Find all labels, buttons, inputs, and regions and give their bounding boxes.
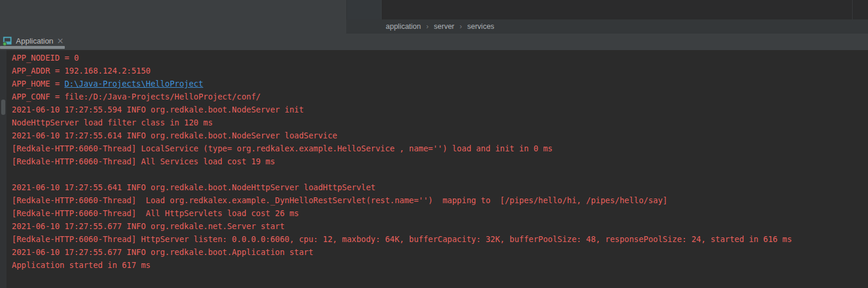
active-tab-indicator xyxy=(0,46,65,49)
console-line: [Redkale-HTTP:6060-Thread] Load org.redk… xyxy=(12,194,868,207)
close-icon[interactable]: × xyxy=(57,37,64,45)
console-line: 2021-06-10 17:27:55.677 INFO org.redkale… xyxy=(12,246,868,259)
breadcrumb-item-server[interactable]: server xyxy=(434,22,455,31)
scrollbar-thumb[interactable] xyxy=(1,100,5,115)
console-line: APP_ADDR = 192.168.124.2:5150 xyxy=(12,64,868,77)
breadcrumb-separator: › xyxy=(426,22,429,31)
console-line: APP_HOME = D:\Java-Projects\HelloProject xyxy=(12,77,868,90)
console-lines: APP_NODEID = 0APP_ADDR = 192.168.124.2:5… xyxy=(12,51,868,272)
console-line: 2021-06-10 17:27:55.641 INFO org.redkale… xyxy=(12,181,868,194)
console-line: 2021-06-10 17:27:55.614 INFO org.redkale… xyxy=(12,129,868,142)
console-line: APP_NODEID = 0 xyxy=(12,51,868,64)
breadcrumb-bar: application›server›services xyxy=(346,19,868,34)
console-line: APP_CONF = file:/D:/Java-Projects/HelloP… xyxy=(12,90,868,103)
console-line xyxy=(12,168,868,181)
breadcrumb-separator: › xyxy=(460,22,462,31)
editor-divider xyxy=(852,0,853,19)
console-gutter xyxy=(0,50,6,288)
breadcrumb-item-application[interactable]: application xyxy=(386,22,421,31)
ide-window: application›server›services Application … xyxy=(0,0,868,288)
console-line: Application started in 617 ms xyxy=(12,259,868,272)
console-tab-bar: Application × xyxy=(0,34,868,50)
console-line: [Redkale-HTTP:6060-Thread] HttpServer li… xyxy=(12,233,868,246)
editor-area xyxy=(346,0,868,19)
tab-label: Application xyxy=(16,37,54,45)
console-line: [Redkale-HTTP:6060-Thread] All HttpServl… xyxy=(12,207,868,220)
console-line: NodeHttpServer load filter class in 120 … xyxy=(12,116,868,129)
console-line: 2021-06-10 17:27:55.594 INFO org.redkale… xyxy=(12,103,868,116)
file-path-link[interactable]: D:\Java-Projects\HelloProject xyxy=(64,79,203,88)
editor-gutter-column xyxy=(346,0,382,19)
breadcrumb: application›server›services xyxy=(386,22,494,31)
console-line: [Redkale-HTTP:6060-Thread] All Services … xyxy=(12,155,868,168)
breadcrumb-item-services[interactable]: services xyxy=(468,22,495,31)
console-output[interactable]: APP_NODEID = 0APP_ADDR = 192.168.124.2:5… xyxy=(0,50,868,288)
console-line: [Redkale-HTTP:6060-Thread] LocalService … xyxy=(12,142,868,155)
console-line: 2021-06-10 17:27:55.677 INFO org.redkale… xyxy=(12,220,868,233)
tool-window-header-panel xyxy=(0,0,346,34)
console-text: APP_HOME = xyxy=(12,79,64,88)
run-console-icon xyxy=(2,36,12,46)
